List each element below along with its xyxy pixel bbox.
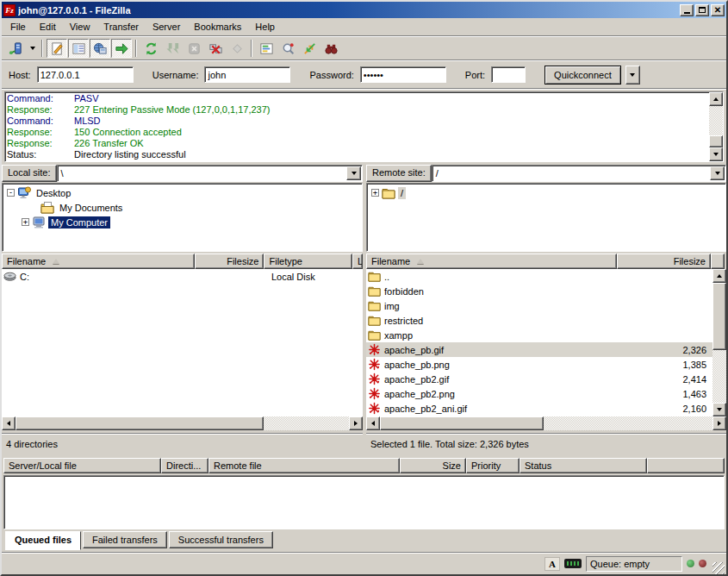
column-header-server-local-file[interactable]: Server/Local file <box>3 458 161 473</box>
quickconnect-dropdown-button[interactable] <box>625 66 640 85</box>
remote-file-row[interactable]: apache_pb2.png 1,463 <box>366 386 712 401</box>
menu-file[interactable]: File <box>3 20 33 34</box>
reconnect-button[interactable] <box>227 39 247 58</box>
expand-expander[interactable]: + <box>371 189 379 197</box>
toggle-message-log-button[interactable] <box>47 39 67 58</box>
directory-filters-button[interactable] <box>256 39 277 58</box>
log-scrollbar[interactable] <box>709 92 723 161</box>
column-header-filesize[interactable]: Filesize <box>195 254 264 269</box>
site-manager-dropdown-button[interactable] <box>27 39 38 58</box>
toggle-transfer-queue-button[interactable] <box>111 39 132 58</box>
file-size: 2,160 <box>682 404 706 414</box>
arrow-down-icon <box>717 408 722 411</box>
column-header-last-modified[interactable]: L <box>352 254 363 269</box>
menu-server[interactable]: Server <box>146 20 187 34</box>
quickconnect-button[interactable]: Quickconnect <box>544 66 621 85</box>
scroll-left-button[interactable] <box>366 416 380 430</box>
local-site-dropdown-button[interactable] <box>346 166 361 180</box>
column-header-status[interactable]: Status <box>520 458 647 473</box>
remote-folder-row[interactable]: forbidden <box>366 284 712 298</box>
menu-edit[interactable]: Edit <box>33 20 63 34</box>
toggle-local-tree-button[interactable] <box>68 39 89 58</box>
scrollbar-thumb[interactable] <box>16 416 264 430</box>
transfer-queue-icon <box>115 41 129 56</box>
tab-failed-transfers[interactable]: Failed transfers <box>83 531 167 548</box>
maximize-button[interactable] <box>695 4 709 16</box>
transfer-type-indicator-icon[interactable]: A <box>544 557 560 571</box>
remote-folder-row[interactable]: restricted <box>366 313 712 328</box>
username-input[interactable] <box>204 66 290 83</box>
process-queue-button[interactable] <box>162 39 183 58</box>
expand-expander[interactable]: + <box>22 218 29 226</box>
refresh-button[interactable] <box>140 39 161 58</box>
scroll-up-button[interactable] <box>712 269 726 283</box>
log-text: 226 Transfer OK <box>74 138 144 149</box>
tree-item-my-documents[interactable]: My Documents <box>3 200 362 215</box>
remote-file-row[interactable]: apache_pb2.gif 2,414 <box>366 372 712 386</box>
find-files-button[interactable] <box>320 39 341 58</box>
tab-successful-transfers[interactable]: Successful transfers <box>169 531 273 548</box>
remote-folder-row[interactable]: .. <box>366 269 712 284</box>
column-header-filetype[interactable]: Filetype <box>264 254 352 269</box>
remote-file-row-selected[interactable]: apache_pb.gif 2,326 <box>366 342 712 357</box>
chevron-down-icon <box>30 47 35 50</box>
sort-ascending-icon <box>53 259 59 264</box>
remote-folder-row[interactable]: img <box>366 298 712 313</box>
local-file-row[interactable]: C: Local Disk <box>2 269 363 284</box>
scroll-down-button[interactable] <box>712 403 726 416</box>
cancel-operation-button[interactable] <box>184 39 204 58</box>
column-header-filename[interactable]: Filename <box>366 254 617 269</box>
menu-help[interactable]: Help <box>248 20 282 34</box>
scrollbar-thumb[interactable] <box>709 135 723 147</box>
local-tree: - Desktop My Documents + My Computer <box>2 183 363 252</box>
log-text: Directory listing successful <box>74 149 186 160</box>
tree-item-desktop[interactable]: - Desktop <box>3 185 362 200</box>
local-site-combo[interactable]: \ <box>57 165 363 182</box>
tree-item-root[interactable]: + / <box>367 185 725 200</box>
collapse-expander[interactable]: - <box>7 189 15 197</box>
menu-bookmarks[interactable]: Bookmarks <box>187 20 248 34</box>
local-hscrollbar[interactable] <box>2 416 363 430</box>
tree-item-my-computer[interactable]: + My Computer <box>3 215 362 229</box>
remote-site-combo[interactable]: / <box>432 165 726 182</box>
sort-ascending-icon <box>417 259 424 264</box>
scroll-right-button[interactable] <box>349 416 363 430</box>
remote-folder-row[interactable]: xampp <box>366 328 712 342</box>
menu-transfer[interactable]: Transfer <box>96 20 146 34</box>
remote-file-row[interactable]: apache_pb.png 1,385 <box>366 357 712 372</box>
directory-comparison-button[interactable] <box>277 39 298 58</box>
scrollbar-thumb[interactable] <box>712 283 726 350</box>
column-header-filename[interactable]: Filename <box>2 254 195 269</box>
column-header-filesize[interactable]: Filesize <box>617 254 711 269</box>
scrollbar-thumb[interactable] <box>380 416 544 430</box>
column-header-priority[interactable]: Priority <box>466 458 520 473</box>
scroll-up-button[interactable] <box>709 92 723 106</box>
host-input[interactable] <box>37 66 134 83</box>
tab-queued-files[interactable]: Queued files <box>5 531 81 550</box>
column-header-direction[interactable]: Directi... <box>161 458 208 473</box>
port-input[interactable] <box>491 66 526 83</box>
speed-limit-indicator-icon[interactable] <box>564 559 582 568</box>
resize-grip[interactable] <box>712 562 725 574</box>
status-bar: A Queue: empty <box>2 552 726 574</box>
column-header-size[interactable]: Size <box>400 458 466 473</box>
password-label: Password: <box>309 70 353 80</box>
minimize-button[interactable] <box>680 4 694 16</box>
column-header-remote-file[interactable]: Remote file <box>208 458 400 473</box>
scroll-left-button[interactable] <box>2 416 16 430</box>
password-input[interactable] <box>360 66 446 83</box>
toggle-remote-tree-button[interactable] <box>90 39 110 58</box>
remote-vscrollbar[interactable] <box>712 269 726 416</box>
scroll-down-button[interactable] <box>709 147 723 161</box>
site-manager-button[interactable] <box>5 39 26 58</box>
close-button[interactable]: ✕ <box>711 4 725 16</box>
disconnect-button[interactable] <box>205 39 226 58</box>
menu-view[interactable]: View <box>63 20 97 34</box>
remote-site-dropdown-button[interactable] <box>710 166 725 180</box>
receive-activity-indicator-icon <box>687 560 694 567</box>
remote-file-row[interactable]: apache_pb2_ani.gif 2,160 <box>366 401 712 416</box>
synchronized-browsing-button[interactable] <box>299 39 320 58</box>
arrow-left-icon <box>371 421 375 426</box>
scroll-right-button[interactable] <box>712 416 726 430</box>
remote-hscrollbar[interactable] <box>366 416 726 430</box>
